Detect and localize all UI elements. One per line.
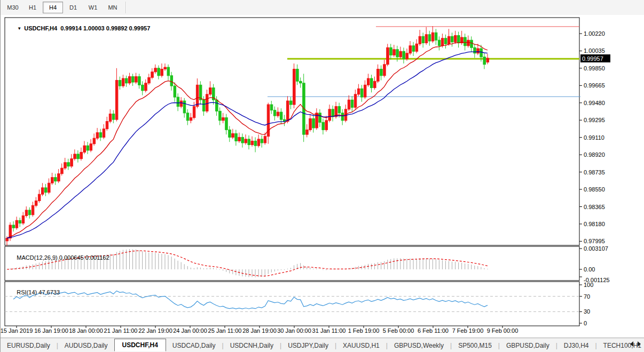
rsi-current-value: 47.6733 xyxy=(38,289,60,295)
timeframe-button-w1[interactable]: W1 xyxy=(83,2,103,13)
chart-tab-dj30[interactable]: DJ30,H4 xyxy=(557,340,595,351)
chart-ohlc-values: 0.99914 1.00003 0.99892 0.99957 xyxy=(60,25,150,31)
candle-body xyxy=(286,101,289,122)
time-axis-label: 28 Jan 19:00 xyxy=(242,327,277,334)
candle-body xyxy=(277,112,279,116)
price-axis-label: 0.99850 xyxy=(584,65,605,71)
candle-body xyxy=(90,144,92,150)
time-axis-label: 5 Feb 00:00 xyxy=(383,327,414,334)
chart-tab-eurusd[interactable]: EURUSD,Daily xyxy=(1,340,57,351)
candle-body xyxy=(486,58,489,62)
time-axis-label: 6 Feb 11:00 xyxy=(418,327,449,334)
candle-body xyxy=(273,110,276,116)
rsi-panel-border xyxy=(5,282,579,326)
timeframe-button-mn[interactable]: MN xyxy=(103,2,122,13)
candle-body xyxy=(77,154,80,159)
candle-body xyxy=(206,94,208,111)
candle-body xyxy=(238,137,241,141)
candle-body xyxy=(399,51,402,57)
candle-body xyxy=(167,67,170,76)
rsi-axis-label: 100 xyxy=(584,282,593,288)
candle-body xyxy=(419,36,421,44)
time-axis-label: 22 Jan 19:00 xyxy=(138,327,172,334)
candle-body xyxy=(193,107,195,118)
candle-body xyxy=(58,174,60,181)
candle-body xyxy=(48,183,51,193)
rsi-name: RSI(14) xyxy=(17,289,37,295)
chart-tab-audusd[interactable]: AUDUSD,Daily xyxy=(58,340,114,351)
rsi-axis-label: 30 xyxy=(584,308,590,315)
candle-body xyxy=(348,100,350,109)
timeframe-button-m30[interactable]: M30 xyxy=(3,2,22,13)
price-axis-label: 0.98550 xyxy=(584,186,605,193)
candle-body xyxy=(470,40,473,47)
tab-scroll-arrows xyxy=(630,341,641,347)
candle-body xyxy=(196,85,199,106)
candle-body xyxy=(328,109,331,121)
price-axis-label: 0.99110 xyxy=(584,134,604,141)
price-axis-label: 0.99480 xyxy=(584,100,605,106)
mt4-chart-window: M30H1H4D1W1MN ▼USDCHF,H4 0.99914 1.00003… xyxy=(0,0,644,352)
price-axis-label: 0.98365 xyxy=(584,204,605,210)
candle-body xyxy=(477,49,480,53)
candle-body xyxy=(51,178,54,183)
candle-body xyxy=(354,94,357,108)
price-axis-label: 0.98180 xyxy=(584,221,605,227)
macd-indicator-label: MACD(12,26,9) 0.000645 0.001162 xyxy=(7,248,109,267)
candle-body xyxy=(454,36,457,42)
rsi-axis-label: 70 xyxy=(584,293,590,300)
chart-tab-usdchf[interactable]: USDCHF,H4 xyxy=(114,339,166,351)
chart-tab-gbpusd[interactable]: GBPUSD,Weekly xyxy=(388,340,450,351)
time-axis-label: 1 Feb 19:00 xyxy=(348,327,380,334)
chart-tab-usdjpy[interactable]: USDJPY,Daily xyxy=(281,340,335,351)
timeframe-button-d1[interactable]: D1 xyxy=(64,2,83,13)
candle-body xyxy=(312,118,315,128)
toolbar-divider xyxy=(125,2,127,13)
current-price-tag: 0.99957 xyxy=(580,54,610,62)
candle-body xyxy=(396,50,399,57)
chart-tab-xauusd[interactable]: XAUUSD,H1 xyxy=(336,340,386,351)
candle-body xyxy=(112,114,115,120)
candle-body xyxy=(374,81,376,87)
macd-current-values: 0.000645 0.001162 xyxy=(59,254,109,261)
tabs-scroll-left-icon[interactable] xyxy=(630,341,633,347)
candle-body xyxy=(431,33,434,41)
candle-body xyxy=(109,114,112,122)
chart-window[interactable]: ▼USDCHF,H4 0.99914 1.00003 0.99892 0.999… xyxy=(1,15,644,338)
time-axis-label: 21 Jan 11:00 xyxy=(104,327,138,334)
candle-body xyxy=(409,46,412,53)
candle-body xyxy=(387,47,389,65)
chart-tab-sp500[interactable]: SP500,M15 xyxy=(452,340,498,351)
chart-tab-gbpusd[interactable]: GBPUSD,Daily xyxy=(500,340,556,351)
candle-body xyxy=(367,78,370,85)
candle-body xyxy=(142,85,144,91)
timeframe-buttons: M30H1H4D1W1MN xyxy=(3,2,122,13)
candle-body xyxy=(447,36,450,44)
candle-body xyxy=(438,40,441,46)
tabs-scroll-right-icon[interactable] xyxy=(638,341,641,347)
candle-body xyxy=(338,107,341,113)
price-axis-label: 0.98920 xyxy=(584,151,605,158)
candle-body xyxy=(19,220,21,223)
candle-body xyxy=(125,78,128,83)
candle-body xyxy=(296,69,299,82)
candle-body xyxy=(54,178,57,181)
chart-tab-usdcnh[interactable]: USDCNH,Daily xyxy=(224,340,280,351)
timeframe-button-h4[interactable]: H4 xyxy=(43,2,63,13)
candle-body xyxy=(41,188,44,194)
time-axis-label: 16 Jan 19:00 xyxy=(34,327,68,334)
candle-body xyxy=(325,121,328,130)
timeframe-toolbar: M30H1H4D1W1MN xyxy=(1,0,644,15)
candle-body xyxy=(138,77,141,85)
chart-tab-usdcad[interactable]: USDCAD,Daily xyxy=(166,340,222,351)
candle-body xyxy=(229,130,231,137)
candle-body xyxy=(480,49,483,57)
candle-body xyxy=(371,78,373,88)
candle-body xyxy=(151,72,154,78)
time-axis-label: 30 Jan 00:00 xyxy=(277,327,311,334)
candle-body xyxy=(202,100,205,111)
chart-dropdown-icon[interactable]: ▼ xyxy=(17,26,21,31)
chart-canvas[interactable] xyxy=(1,15,644,338)
candle-body xyxy=(222,118,225,121)
timeframe-button-h1[interactable]: H1 xyxy=(23,2,42,13)
